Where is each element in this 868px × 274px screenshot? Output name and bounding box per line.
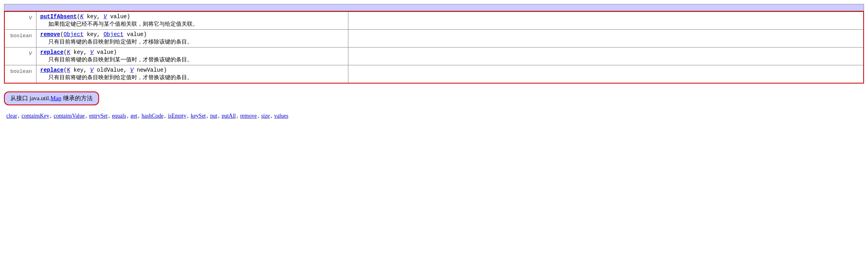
inherited-title-prefix: 从接口 java.util.: [10, 95, 50, 101]
method-separator: ,: [86, 113, 88, 119]
spacer-cell: [348, 30, 864, 48]
type-link-k[interactable]: K: [80, 13, 83, 20]
inherited-map-link[interactable]: Map: [50, 95, 61, 101]
return-type-cell: boolean: [4, 65, 36, 84]
method-separator: ,: [50, 113, 53, 119]
inherited-header: 从接口 java.util.Map 继承的方法: [4, 91, 99, 105]
method-separator: ,: [187, 113, 190, 119]
method-description: 如果指定键已经不再与某个值相关联，则将它与给定值关联。: [40, 20, 344, 28]
inherited-method-link[interactable]: keySet: [191, 113, 206, 119]
type-link-k[interactable]: K: [67, 67, 70, 73]
method-cell: remove(Object key, Object value)只有目前将键的条…: [36, 30, 348, 48]
method-link[interactable]: putIfAbsent: [40, 13, 77, 20]
type-link-v2[interactable]: V: [130, 67, 133, 73]
method-signature: remove(Object key, Object value): [40, 31, 344, 38]
method-signature: replace(K key, V oldValue, V newValue): [40, 67, 344, 73]
type-link-k[interactable]: K: [67, 49, 70, 55]
table-row: booleanremove(Object key, Object value)只…: [4, 30, 864, 48]
spacer-cell: [348, 65, 864, 84]
method-separator: ,: [206, 113, 209, 119]
method-params: (K key, V oldValue, V newValue): [63, 67, 166, 73]
inherited-method-link[interactable]: entrySet: [89, 113, 108, 119]
inherited-method-link[interactable]: put: [210, 113, 217, 119]
method-cell: putIfAbsent(K key, V value)如果指定键已经不再与某个值…: [36, 11, 348, 30]
inherited-method-link[interactable]: equals: [112, 113, 126, 119]
method-params: (K key, V value): [77, 13, 130, 20]
method-separator: ,: [258, 113, 260, 119]
method-separator: ,: [218, 113, 221, 119]
inherited-method-link[interactable]: containsKey: [21, 113, 49, 119]
method-separator: ,: [164, 113, 167, 119]
table-row: VputIfAbsent(K key, V value)如果指定键已经不再与某个…: [4, 11, 864, 30]
method-params: (K key, V value): [63, 49, 117, 55]
method-description: 只有目前将键的条目映射到给定值时，才移除该键的条目。: [40, 38, 344, 46]
type-link-v[interactable]: V: [90, 49, 94, 55]
method-separator: ,: [18, 113, 21, 119]
method-link[interactable]: replace: [40, 67, 64, 73]
method-separator: ,: [271, 113, 273, 119]
return-type-value: V: [29, 15, 32, 21]
method-signature: putIfAbsent(K key, V value): [40, 13, 344, 20]
method-link[interactable]: remove: [40, 31, 60, 38]
method-params: (Object key, Object value): [60, 31, 147, 38]
inherited-method-link[interactable]: values: [274, 113, 289, 119]
page-wrapper: VputIfAbsent(K key, V value)如果指定键已经不再与某个…: [0, 0, 868, 274]
inherited-methods-list: clear, containsKey, containsValue, entry…: [4, 108, 864, 123]
method-description: 只有目前将键的条目映射到某一值时，才替换该键的条目。: [40, 55, 344, 63]
type-link-object2[interactable]: Object: [103, 31, 123, 38]
inherited-method-link[interactable]: get: [130, 113, 137, 119]
section-header: [4, 4, 864, 11]
inherited-method-link[interactable]: remove: [240, 113, 257, 119]
table-row: Vreplace(K key, V value)只有目前将键的条目映射到某一值时…: [4, 48, 864, 65]
return-type-value: V: [29, 51, 32, 57]
method-cell: replace(K key, V value)只有目前将键的条目映射到某一值时，…: [36, 48, 348, 65]
method-link[interactable]: replace: [40, 49, 64, 55]
method-summary-table: VputIfAbsent(K key, V value)如果指定键已经不再与某个…: [4, 11, 864, 84]
inherited-method-link[interactable]: putAll: [222, 113, 236, 119]
return-type-cell: V: [4, 11, 36, 30]
inherited-method-link[interactable]: containsValue: [54, 113, 85, 119]
method-separator: ,: [237, 113, 239, 119]
method-separator: ,: [138, 113, 141, 119]
inherited-method-link[interactable]: hashCode: [141, 113, 163, 119]
spacer-cell: [348, 11, 864, 30]
table-row: booleanreplace(K key, V oldValue, V newV…: [4, 65, 864, 84]
return-type-cell: boolean: [4, 30, 36, 48]
inherited-method-link[interactable]: isEmpty: [168, 113, 186, 119]
type-link-object1[interactable]: Object: [63, 31, 83, 38]
inherited-method-link[interactable]: size: [261, 113, 270, 119]
method-separator: ,: [127, 113, 130, 119]
inherited-section: 从接口 java.util.Map 继承的方法 clear, containsK…: [4, 91, 864, 123]
type-link-v1[interactable]: V: [90, 67, 94, 73]
method-description: 只有目前将键的条目映射到给定值时，才替换该键的条目。: [40, 73, 344, 81]
inherited-method-link[interactable]: clear: [6, 113, 17, 119]
spacer-cell: [348, 48, 864, 65]
method-cell: replace(K key, V oldValue, V newValue)只有…: [36, 65, 348, 84]
return-type-cell: V: [4, 48, 36, 65]
method-separator: ,: [108, 113, 111, 119]
type-link-v[interactable]: V: [103, 13, 107, 20]
inherited-title-suffix: 继承的方法: [61, 95, 93, 101]
method-signature: replace(K key, V value): [40, 49, 344, 55]
